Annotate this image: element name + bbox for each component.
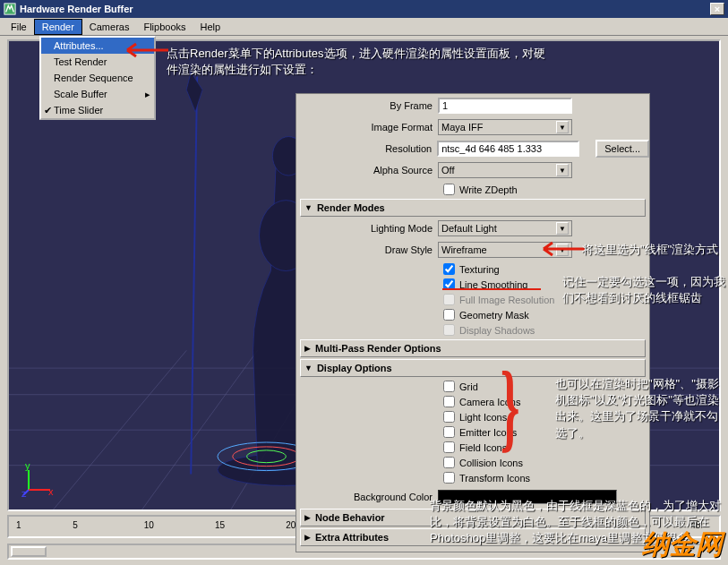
section-render-modes[interactable]: ▼Render Modes <box>300 199 646 217</box>
window-titlebar: Hardware Render Buffer × <box>0 0 728 18</box>
close-button[interactable]: × <box>710 3 724 15</box>
menu-scale-buffer[interactable]: Scale Buffer▸ <box>41 86 154 102</box>
svg-text:y: y <box>25 461 30 471</box>
resolution-input[interactable] <box>437 141 579 157</box>
full-image-res-checkbox <box>443 294 455 305</box>
emitter-icons-checkbox[interactable] <box>443 426 455 438</box>
menu-file[interactable]: File <box>4 20 34 34</box>
collision-icons-checkbox[interactable] <box>443 457 455 468</box>
attributes-panel: By Frame Image Format Maya IFF▼ Resoluti… <box>295 93 650 552</box>
section-display-options[interactable]: ▼Display Options <box>300 359 646 377</box>
by-frame-input[interactable] <box>438 98 572 114</box>
by-frame-label: By Frame <box>296 100 438 111</box>
field-icons-checkbox[interactable] <box>443 441 455 453</box>
section-extra-attributes[interactable]: ▶Extra Attributes <box>300 528 646 546</box>
section-multipass[interactable]: ▶Multi-Pass Render Options <box>300 339 646 357</box>
app-icon <box>4 3 16 15</box>
section-node-behavior[interactable]: ▶Node Behavior <box>300 509 646 526</box>
brace-icon: } <box>501 363 520 451</box>
transform-icons-checkbox[interactable] <box>443 472 455 484</box>
menu-time-slider[interactable]: ✔Time Slider <box>41 102 154 118</box>
image-format-label: Image Format <box>296 122 438 133</box>
alpha-source-select[interactable]: Off▼ <box>438 162 572 178</box>
axis-gizmo: y x z <box>21 461 57 497</box>
watermark: 纳金网 <box>642 526 723 563</box>
svg-text:x: x <box>48 486 54 497</box>
display-shadows-checkbox <box>443 324 455 336</box>
write-zdepth-checkbox[interactable] <box>443 184 455 195</box>
texturing-checkbox[interactable] <box>443 263 455 275</box>
image-format-select[interactable]: Maya IFF▼ <box>438 119 572 135</box>
range-slider-handle[interactable] <box>11 546 47 557</box>
menu-flipbooks[interactable]: Flipbooks <box>136 20 193 34</box>
background-color-swatch[interactable] <box>438 490 617 504</box>
window-title: Hardware Render Buffer <box>20 4 133 14</box>
grid-checkbox[interactable] <box>443 381 455 392</box>
menu-render[interactable]: Render <box>34 19 82 35</box>
lighting-mode-select[interactable]: Default Light▼ <box>438 220 572 236</box>
light-icons-checkbox[interactable] <box>443 411 455 423</box>
menu-cameras[interactable]: Cameras <box>82 20 137 34</box>
svg-text:z: z <box>21 488 27 497</box>
resolution-select-button[interactable]: Select... <box>595 140 649 158</box>
menu-render-sequence[interactable]: Render Sequence <box>41 70 154 86</box>
camera-icons-checkbox[interactable] <box>443 396 455 407</box>
menu-help[interactable]: Help <box>193 20 228 34</box>
menubar: File Render Cameras Flipbooks Help <box>0 18 728 36</box>
geometry-mask-checkbox[interactable] <box>443 309 455 321</box>
arrow-icon <box>533 240 587 258</box>
alpha-source-label: Alpha Source <box>296 165 438 175</box>
resolution-label: Resolution <box>296 143 437 154</box>
arrow-icon <box>116 41 170 59</box>
